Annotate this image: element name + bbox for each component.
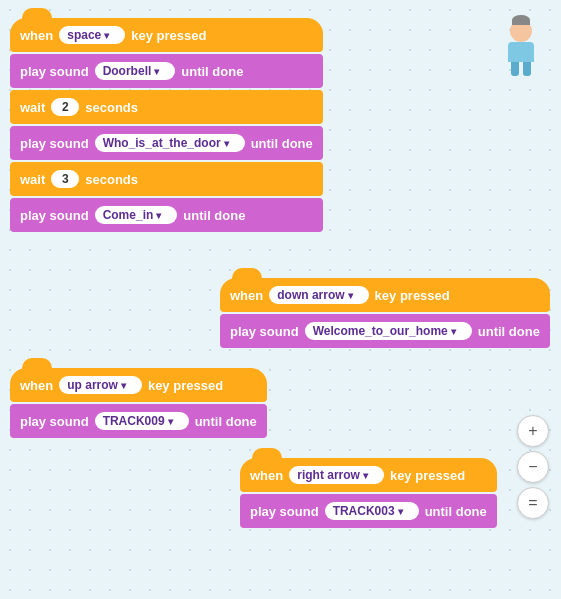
block-label: until done: [195, 414, 257, 429]
block-label: key pressed: [148, 378, 223, 393]
block-group4-0[interactable]: whenright arrowkey pressed: [240, 458, 497, 492]
block-group3-0[interactable]: whenup arrowkey pressed: [10, 368, 267, 402]
block-label: when: [20, 28, 53, 43]
block-group1-4[interactable]: wait3seconds: [10, 162, 323, 196]
block-label: key pressed: [375, 288, 450, 303]
block-dropdown[interactable]: right arrow: [289, 466, 384, 484]
block-label: when: [250, 468, 283, 483]
zoom-reset-button[interactable]: =: [517, 487, 549, 519]
sprite-character: [501, 20, 541, 80]
block-group1-5[interactable]: play soundCome_inuntil done: [10, 198, 323, 232]
block-group-group3: whenup arrowkey pressedplay soundTRACK00…: [10, 368, 267, 438]
block-group-group4: whenright arrowkey pressedplay soundTRAC…: [240, 458, 497, 528]
block-group1-2[interactable]: wait2seconds: [10, 90, 323, 124]
block-group2-0[interactable]: whendown arrowkey pressed: [220, 278, 550, 312]
block-dropdown[interactable]: Welcome_to_our_home: [305, 322, 472, 340]
block-label: until done: [251, 136, 313, 151]
block-dropdown[interactable]: down arrow: [269, 286, 368, 304]
block-group1-0[interactable]: whenspacekey pressed: [10, 18, 323, 52]
block-label: play sound: [20, 414, 89, 429]
block-dropdown[interactable]: Who_is_at_the_door: [95, 134, 245, 152]
block-label: until done: [478, 324, 540, 339]
block-input[interactable]: 3: [51, 170, 79, 188]
block-label: play sound: [20, 64, 89, 79]
block-label: key pressed: [390, 468, 465, 483]
block-label: play sound: [20, 208, 89, 223]
block-label: until done: [181, 64, 243, 79]
block-dropdown[interactable]: Come_in: [95, 206, 178, 224]
block-label: wait: [20, 172, 45, 187]
block-label: seconds: [85, 172, 138, 187]
block-label: play sound: [20, 136, 89, 151]
block-group1-1[interactable]: play soundDoorbelluntil done: [10, 54, 323, 88]
block-group-group1: whenspacekey pressedplay soundDoorbellun…: [10, 18, 323, 232]
block-label: seconds: [85, 100, 138, 115]
zoom-out-button[interactable]: −: [517, 451, 549, 483]
block-group-group2: whendown arrowkey pressedplay soundWelco…: [220, 278, 550, 348]
block-dropdown[interactable]: TRACK003: [325, 502, 419, 520]
block-label: play sound: [230, 324, 299, 339]
block-dropdown[interactable]: Doorbell: [95, 62, 176, 80]
block-label: when: [20, 378, 53, 393]
block-label: when: [230, 288, 263, 303]
block-dropdown[interactable]: up arrow: [59, 376, 142, 394]
block-group2-1[interactable]: play soundWelcome_to_our_homeuntil done: [220, 314, 550, 348]
block-label: until done: [183, 208, 245, 223]
block-label: wait: [20, 100, 45, 115]
block-group1-3[interactable]: play soundWho_is_at_the_dooruntil done: [10, 126, 323, 160]
block-label: until done: [425, 504, 487, 519]
block-label: key pressed: [131, 28, 206, 43]
zoom-controls: + − =: [517, 415, 549, 519]
block-dropdown[interactable]: TRACK009: [95, 412, 189, 430]
zoom-in-button[interactable]: +: [517, 415, 549, 447]
block-group3-1[interactable]: play soundTRACK009until done: [10, 404, 267, 438]
block-label: play sound: [250, 504, 319, 519]
block-group4-1[interactable]: play soundTRACK003until done: [240, 494, 497, 528]
block-dropdown[interactable]: space: [59, 26, 125, 44]
block-input[interactable]: 2: [51, 98, 79, 116]
